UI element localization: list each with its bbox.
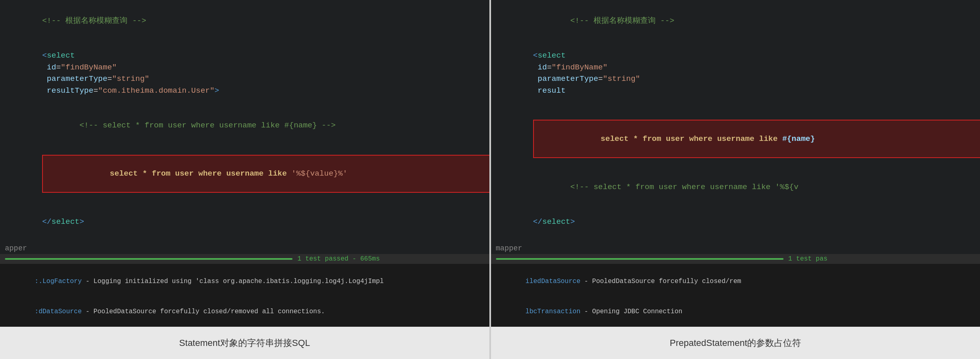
left-code-area: <!-- 根据名称模糊查询 --> <select id="findByName…: [0, 0, 489, 243]
right-code-area: <!-- 根据名称模糊查询 --> <select id="findByName…: [491, 0, 980, 243]
left-progress-container: 1 test passed - 665ms: [0, 254, 489, 264]
left-mapper: apper: [0, 243, 489, 254]
right-log-line-0: iledDataSource - PooledDataSource forcef…: [491, 266, 980, 297]
right-footer-label: PrepatedStatement的参数占位符: [491, 327, 980, 359]
right-comment2: <!-- select * from user where username l…: [496, 169, 976, 205]
left-select-tag: <select id="findByName" parameterType="s…: [5, 38, 484, 108]
right-progress-bar: [496, 258, 784, 260]
left-progress-bar: [5, 258, 292, 260]
left-close-tag: </select>: [5, 205, 484, 240]
left-test-result: 1 test passed - 665ms: [297, 255, 380, 263]
right-log-line-1: lbcTransaction - Opening JDBC Connection: [491, 297, 980, 327]
right-log-area: iledDataSource - PooledDataSource forcef…: [491, 264, 980, 327]
right-close-tag: </select>: [496, 205, 976, 240]
left-footer-label: Statement对象的字符串拼接SQL: [0, 327, 489, 359]
left-log-area: :.LogFactory - Logging initialized using…: [0, 264, 489, 327]
log-line-0: :.LogFactory - Logging initialized using…: [0, 266, 489, 297]
right-test-result: 1 test pas: [788, 255, 828, 263]
right-comment1: <!-- 根据名称模糊查询 -->: [496, 3, 976, 38]
left-comment2: <!-- select * from user where username l…: [5, 108, 484, 143]
main-content: <!-- 根据名称模糊查询 --> <select id="findByName…: [0, 0, 980, 327]
right-highlighted-line: select * from user where username like #…: [496, 108, 976, 170]
left-panel: <!-- 根据名称模糊查询 --> <select id="findByName…: [0, 0, 491, 327]
log-line-1: :dDataSource - PooledDataSource forceful…: [0, 297, 489, 327]
right-mapper: mapper: [491, 243, 980, 254]
left-comment1: <!-- 根据名称模糊查询 -->: [5, 3, 484, 38]
left-highlighted-line: select * from user where username like '…: [5, 143, 484, 205]
footer: Statement对象的字符串拼接SQL PrepatedStatement的参…: [0, 327, 980, 359]
right-progress-container: 1 test pas: [491, 254, 980, 264]
right-select-tag: <select id="findByName" parameterType="s…: [496, 38, 976, 108]
right-panel: <!-- 根据名称模糊查询 --> <select id="findByName…: [491, 0, 980, 327]
